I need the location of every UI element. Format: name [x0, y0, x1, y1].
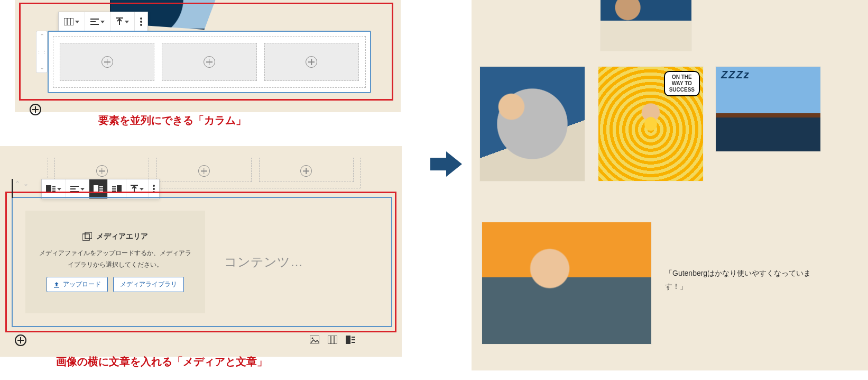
block-type-button[interactable] — [59, 12, 85, 31]
add-block-icon[interactable] — [101, 56, 113, 68]
svg-rect-36 — [328, 336, 337, 344]
column-slot[interactable] — [60, 43, 154, 81]
annotation-caption-columns: 要素を並列にできる「カラム」 — [98, 113, 246, 128]
add-block-icon[interactable] — [204, 56, 215, 68]
media-placeholder-description: メディアファイルをアップロードするか、メディアラ イブラリから選択してください。 — [39, 248, 191, 270]
more-vertical-icon — [140, 17, 142, 26]
bubble-line: WAY TO — [672, 80, 692, 86]
upload-button-label: アップロード — [63, 280, 101, 289]
media-library-button-label: メディアライブラリ — [120, 280, 177, 289]
svg-rect-33 — [54, 287, 59, 288]
move-down-button[interactable]: ⌄ — [40, 65, 44, 70]
columns-block-toolbar — [58, 12, 148, 32]
speech-bubble: ON THE WAY TO SUCCESS — [664, 71, 700, 96]
chevron-down-icon — [125, 21, 129, 23]
svg-point-35 — [312, 338, 313, 339]
columns-block-inner — [53, 36, 366, 88]
valign-top-icon — [116, 17, 123, 26]
chevron-down-icon — [57, 188, 61, 191]
bubble-line: SUCCESS — [669, 87, 695, 93]
block-mover: ⌃ ⋮⋮ ⌄ — [36, 31, 48, 73]
move-up-button[interactable]: ⌃ — [40, 33, 44, 39]
chevron-down-icon — [100, 21, 105, 23]
image-icon — [310, 336, 319, 344]
add-block-icon[interactable] — [96, 165, 108, 177]
vertical-align-button[interactable] — [110, 12, 135, 31]
columns-icon — [64, 18, 73, 25]
image-block-shortcut[interactable] — [310, 336, 319, 344]
media-placeholder-title-text: メディアエリア — [96, 232, 148, 241]
media-text-content-area[interactable]: コンテンツ… — [219, 211, 378, 313]
media-icon — [82, 232, 92, 241]
media-text-icon — [346, 336, 355, 344]
preview-column-image: ON THE WAY TO SUCCESS — [598, 67, 703, 181]
annotation-caption-media-text: 画像の横に文章を入れる「メディアと文章」 — [56, 355, 267, 369]
columns-icon — [328, 336, 337, 344]
svg-rect-32 — [85, 232, 92, 239]
media-text-block-selected[interactable]: メディアエリア メディアファイルをアップロードするか、メディアラ イブラリから選… — [12, 197, 392, 327]
align-button[interactable] — [85, 12, 110, 31]
content-placeholder-text: コンテンツ… — [224, 254, 303, 270]
media-library-button[interactable]: メディアライブラリ — [113, 277, 184, 292]
bubble-line: ON THE — [672, 74, 692, 80]
column-slot[interactable] — [162, 43, 256, 81]
media-button-row: アップロード メディアライブラリ — [47, 277, 184, 292]
align-icon — [90, 18, 99, 25]
result-preview-panel: ON THE WAY TO SUCCESS ZZZz 「Gutenbergはかな… — [472, 0, 868, 370]
svg-point-9 — [140, 21, 142, 23]
columns-block-shortcut[interactable] — [328, 336, 337, 344]
chevron-down-icon — [75, 21, 79, 23]
sleep-text: ZZZz — [721, 69, 750, 81]
column-slot[interactable] — [259, 158, 354, 182]
column-slot[interactable] — [156, 158, 251, 182]
svg-rect-39 — [346, 336, 350, 344]
upload-icon — [53, 282, 60, 288]
chevron-down-icon — [80, 188, 85, 191]
preview-column-image — [480, 67, 585, 181]
move-down-button[interactable]: ⌄ — [23, 180, 29, 193]
add-block-icon[interactable] — [198, 165, 210, 177]
svg-point-8 — [140, 17, 142, 20]
media-desc-line: イブラリから選択してください。 — [68, 261, 163, 268]
add-block-button[interactable] — [30, 104, 41, 115]
preview-media-text-image — [482, 222, 651, 344]
add-block-icon[interactable] — [300, 165, 312, 177]
svg-rect-0 — [64, 18, 73, 25]
media-placeholder-title: メディアエリア — [82, 232, 148, 241]
columns-block-editor-panel: ⌃ ⋮⋮ ⌄ — [15, 0, 401, 112]
drag-handle-icon[interactable]: ⋮⋮ — [36, 49, 48, 55]
media-text-block-editor-panel: ⌃ ⌄ メディアエリア — [0, 146, 402, 357]
add-block-button[interactable] — [15, 334, 26, 346]
preview-hero-image — [601, 0, 691, 51]
block-shortcut-icons — [310, 336, 355, 344]
chevron-down-icon — [140, 188, 144, 191]
svg-point-10 — [140, 24, 142, 26]
add-block-icon[interactable] — [306, 56, 317, 68]
media-placeholder-area: メディアエリア メディアファイルをアップロードするか、メディアラ イブラリから選… — [25, 211, 205, 313]
column-slot[interactable] — [264, 43, 359, 81]
preview-column-image: ZZZz — [716, 67, 820, 151]
move-up-button[interactable]: ⌃ — [15, 180, 20, 193]
block-mover-horizontal: ⌃ ⌄ — [15, 180, 34, 193]
svg-point-28 — [153, 185, 155, 187]
media-text-block-shortcut[interactable] — [346, 336, 355, 344]
svg-rect-31 — [82, 234, 89, 240]
upload-button[interactable]: アップロード — [47, 277, 108, 292]
media-desc-line: メディアファイルをアップロードするか、メディアラ — [39, 249, 191, 257]
transition-arrow-icon — [430, 151, 462, 177]
preview-media-text-content: 「Gutenbergはかなり使いやすくなっています！」 — [665, 267, 820, 293]
svg-point-29 — [153, 188, 155, 190]
more-options-button[interactable] — [135, 12, 147, 31]
